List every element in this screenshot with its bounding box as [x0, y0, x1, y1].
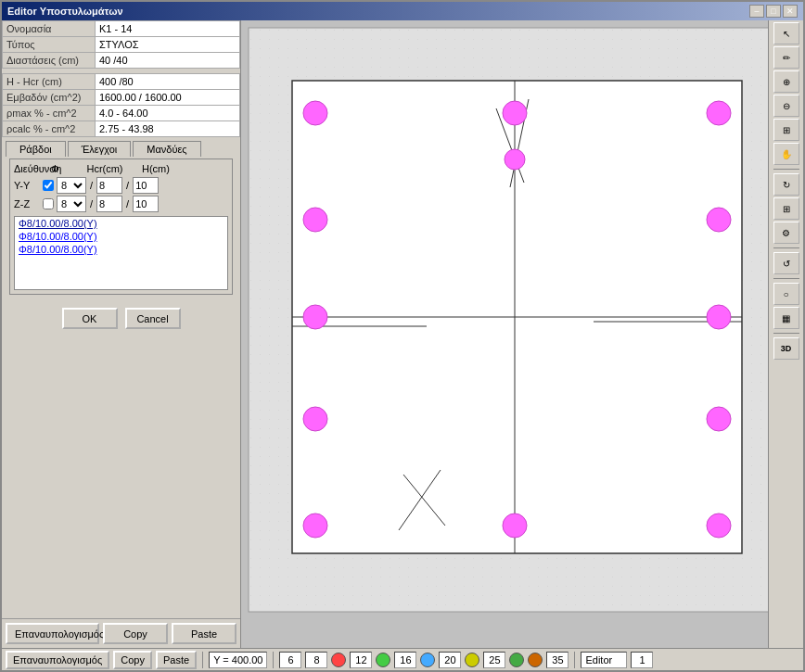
yy-hcr-input[interactable]: [96, 177, 122, 194]
zz-row: Z-Z 81012 / /: [14, 196, 228, 212]
color-18[interactable]: [420, 653, 435, 667]
num-25[interactable]: 25: [483, 652, 505, 668]
tab-rabdoi[interactable]: Ράβδοι: [6, 141, 66, 157]
value-typos: ΣΤΥΛΟΣ: [96, 37, 240, 53]
svg-point-16: [707, 101, 731, 125]
y-coordinate-label: Y = 400.00: [209, 652, 267, 668]
circle-button[interactable]: ○: [773, 283, 799, 305]
svg-point-18: [707, 208, 731, 232]
status-divider-2: [273, 652, 274, 668]
svg-point-17: [303, 208, 327, 232]
pan-button[interactable]: ✋: [773, 143, 799, 165]
value-diastaseis: 40 /40: [96, 53, 240, 69]
label-emvadon: Εμβαδόν (cm^2): [3, 90, 96, 106]
color-10[interactable]: [331, 653, 346, 667]
zoom-in-button[interactable]: ⊕: [773, 70, 799, 93]
paste-button[interactable]: Paste: [172, 623, 236, 644]
num-16[interactable]: 16: [394, 652, 416, 668]
cursor-tool-button[interactable]: ↖: [773, 22, 799, 44]
color-14[interactable]: [376, 653, 390, 667]
main-window: Editor Υποστυλωμάτων – □ ✕ Ονομασία K1 -…: [0, 0, 805, 672]
label-diastaseis: Διαστάσεις (cm): [3, 53, 96, 69]
zz-label: Z-Z: [14, 198, 40, 209]
status-divider-3: [574, 652, 575, 668]
value-onomasia: K1 - 14: [96, 21, 240, 37]
sub-tabs: Ράβδοι Έλεγχοι Μανδύες: [6, 141, 236, 157]
color-22[interactable]: [465, 653, 479, 667]
ok-button[interactable]: OK: [62, 308, 118, 329]
tab-mandyes[interactable]: Μανδύες: [133, 141, 200, 157]
page-num[interactable]: 1: [631, 652, 653, 668]
svg-point-22: [707, 407, 731, 431]
value-rmax: 4.0 - 64.00: [96, 106, 240, 121]
zoom-out-button[interactable]: ⊖: [773, 95, 799, 117]
zz-checkbox[interactable]: [43, 198, 54, 209]
color-28[interactable]: [509, 653, 524, 667]
right-toolbar: ↖ ✏ ⊕ ⊖ ⊞ ✋ ↻ ⊞ ⚙ ↺ ○ ▦ 3D: [768, 20, 803, 648]
main-content: Ονομασία K1 - 14 Τύπος ΣΤΥΛΟΣ Διαστάσεις…: [2, 20, 803, 648]
yy-phi-select[interactable]: 81012: [57, 177, 86, 194]
zoom-fit-button[interactable]: ⊞: [773, 119, 799, 141]
rotate-button[interactable]: ↻: [773, 173, 799, 196]
canvas-area: [241, 20, 768, 648]
info-table: Ονομασία K1 - 14 Τύπος ΣΤΥΛΟΣ Διαστάσεις…: [2, 20, 240, 137]
minimize-button[interactable]: –: [749, 5, 764, 18]
toolbar-separator-3: [773, 278, 799, 279]
value-h: 400 /80: [96, 74, 240, 90]
refresh-button[interactable]: ↺: [773, 252, 799, 274]
copy-button[interactable]: Copy: [103, 623, 168, 644]
num-8[interactable]: 8: [305, 652, 327, 668]
cancel-button[interactable]: Cancel: [125, 308, 181, 329]
toolbar-separator-1: [773, 169, 799, 170]
zz-phi-select[interactable]: 81012: [57, 196, 86, 212]
left-panel: Ονομασία K1 - 14 Τύπος ΣΤΥΛΟΣ Διαστάσεις…: [2, 20, 241, 648]
yy-checkbox[interactable]: [43, 180, 54, 191]
grid-button[interactable]: ⊞: [773, 197, 799, 220]
status-divider-1: [202, 652, 203, 668]
color-32[interactable]: [528, 653, 543, 667]
paste-status-button[interactable]: Paste: [156, 651, 197, 669]
rebar-listbox[interactable]: Φ8/10.00/8.00(Y) Φ8/10.00/8.00(Y) Φ8/10.…: [14, 216, 228, 290]
label-rmax: ρmax % - cm^2: [3, 106, 96, 121]
svg-point-19: [303, 305, 327, 329]
num-35[interactable]: 35: [546, 652, 569, 668]
export-button[interactable]: ▦: [773, 307, 799, 329]
grid-svg: [241, 20, 768, 648]
list-item-0[interactable]: Φ8/10.00/8.00(Y): [15, 217, 227, 230]
recalc-status-button[interactable]: Επαναυπολογισμός: [6, 651, 109, 669]
svg-point-14: [303, 101, 327, 125]
svg-point-20: [707, 305, 731, 329]
settings-button[interactable]: ⚙: [773, 222, 799, 244]
label-onomasia: Ονομασία: [3, 21, 96, 37]
svg-point-24: [503, 514, 527, 538]
status-bar: Επαναυπολογισμός Copy Paste Y = 400.00 6…: [2, 648, 803, 670]
zz-h-input[interactable]: [133, 196, 159, 212]
editor-label: Editor: [581, 652, 627, 668]
tab-content-panel: Διεύθυνση Φ Hcr(cm) H(cm) Y-Y 81012: [9, 158, 233, 295]
copy-status-button[interactable]: Copy: [113, 651, 152, 669]
canvas-wrapper[interactable]: [241, 20, 768, 648]
yy-h-input[interactable]: [133, 177, 159, 194]
label-rcalc: ρcalc % - cm^2: [3, 121, 96, 137]
tab-elegchoi[interactable]: Έλεγχοι: [68, 141, 132, 157]
svg-point-25: [707, 514, 731, 538]
label-h: H - Hcr (cm): [3, 74, 96, 90]
list-item-1[interactable]: Φ8/10.00/8.00(Y): [15, 230, 227, 243]
pencil-tool-button[interactable]: ✏: [773, 46, 799, 69]
recalc-button[interactable]: Επαναυπολογισμός: [6, 623, 99, 644]
num-12[interactable]: 12: [350, 652, 372, 668]
tabs-container: Ράβδοι Έλεγχοι Μανδύες Διεύθυνση Φ Hcr(c…: [2, 141, 240, 297]
bottom-row: Επαναυπολογισμός Copy Paste: [2, 618, 240, 648]
list-item-2[interactable]: Φ8/10.00/8.00(Y): [15, 243, 227, 256]
title-bar-buttons: – □ ✕: [749, 5, 798, 18]
maximize-button[interactable]: □: [766, 5, 781, 18]
num-6[interactable]: 6: [279, 652, 301, 668]
close-button[interactable]: ✕: [783, 5, 798, 18]
threed-button[interactable]: 3D: [773, 337, 799, 360]
svg-point-26: [505, 149, 525, 170]
zz-hcr-input[interactable]: [96, 196, 122, 212]
header-hcr: Hcr(cm): [81, 163, 129, 174]
toolbar-separator-4: [773, 333, 799, 334]
label-typos: Τύπος: [3, 37, 96, 53]
num-20[interactable]: 20: [439, 652, 461, 668]
